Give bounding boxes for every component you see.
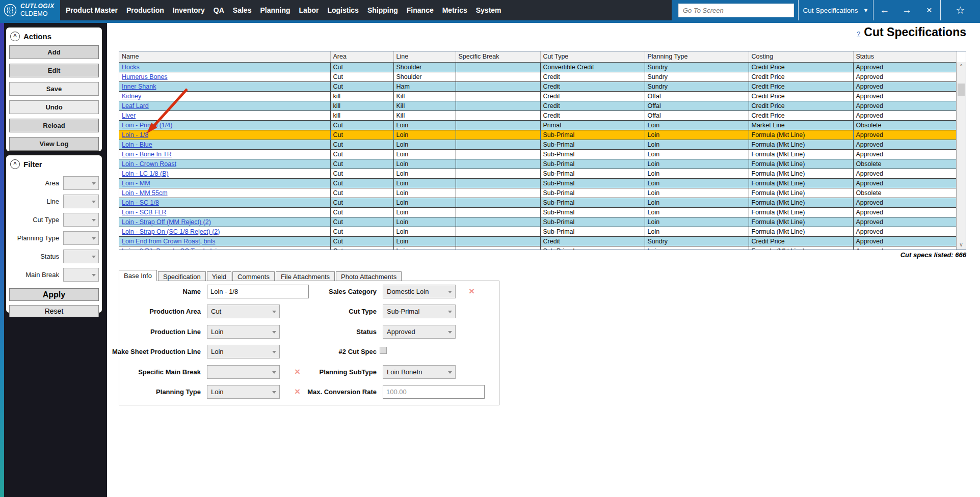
- collapse-filter-icon[interactable]: ^: [10, 159, 20, 169]
- screen-selector-dropdown[interactable]: Cut Specifications ▼: [798, 0, 873, 20]
- undo-button[interactable]: Undo: [9, 100, 99, 114]
- cut-spec-link[interactable]: Loin - Blue: [122, 141, 152, 148]
- filter-cut-type-select[interactable]: [63, 213, 99, 227]
- table-row[interactable]: Loin - SCB FLRCutLoinSub-PrimalLoinFormu…: [119, 207, 957, 217]
- menu-item-labor[interactable]: Labor: [299, 6, 319, 14]
- menu-item-finance[interactable]: Finance: [407, 6, 434, 14]
- table-row[interactable]: Loin - SC 1/8CutLoinSub-PrimalLoinFormul…: [119, 198, 957, 207]
- reset-button[interactable]: Reset: [9, 305, 99, 317]
- table-row[interactable]: Loin - Strap Off (MM Reject) (2)CutLoinS…: [119, 217, 957, 227]
- add-button[interactable]: Add: [9, 45, 99, 59]
- tab-file-attachments[interactable]: File Attachments: [276, 271, 335, 281]
- scrollbar-thumb[interactable]: [958, 84, 965, 96]
- table-row[interactable]: Loin - Bone In TRCutLoinSub-PrimalLoinFo…: [119, 149, 957, 159]
- close-screen-button[interactable]: ×: [918, 5, 940, 16]
- cut-spec-link[interactable]: Loin End from Crown Roast, bnls: [122, 238, 215, 245]
- cut-type-select[interactable]: Sub-Primal: [383, 305, 456, 318]
- cut-spec-link[interactable]: Loin - Primal (1/4): [122, 122, 172, 129]
- cut-spec-link[interactable]: Loin - Crown Roast: [122, 160, 176, 168]
- tab-base-info[interactable]: Base Info: [119, 270, 157, 281]
- column-header-costing[interactable]: Costing: [749, 51, 853, 62]
- planning-subtype-select[interactable]: Loin BoneIn: [383, 365, 456, 379]
- production-line-select[interactable]: Loin: [207, 325, 280, 339]
- column-header-cut-type[interactable]: Cut Type: [540, 51, 645, 62]
- cut-spec-link[interactable]: Loin - SCB FLR: [122, 209, 167, 216]
- cut-spec-link[interactable]: Loin - LC 1/8 (B): [122, 170, 169, 177]
- scroll-down-icon[interactable]: v: [957, 241, 966, 248]
- table-row[interactable]: Loin End from Crown Roast, bnlsCutLoinCr…: [119, 236, 957, 246]
- filter-status-select[interactable]: [63, 250, 99, 263]
- table-row[interactable]: Humerus BonesCutShoulderCreditSundryCred…: [119, 72, 957, 81]
- menu-item-qa[interactable]: QA: [214, 6, 224, 14]
- save-button[interactable]: Save: [9, 82, 99, 96]
- back-button[interactable]: ←: [873, 5, 896, 16]
- tab-specification[interactable]: Specification: [158, 271, 206, 281]
- table-row[interactable]: Loin - 1/8CutLoinSub-PrimalLoinFormula (…: [119, 130, 957, 140]
- menu-item-sales[interactable]: Sales: [233, 6, 252, 14]
- menu-item-logistics[interactable]: Logistics: [327, 6, 358, 14]
- apply-button[interactable]: Apply: [9, 288, 99, 301]
- column-header-name[interactable]: Name: [119, 51, 330, 62]
- table-vertical-scrollbar[interactable]: ^ v: [956, 62, 966, 250]
- menu-item-shipping[interactable]: Shipping: [367, 6, 398, 14]
- cut-spec-link[interactable]: Humerus Bones: [122, 73, 168, 80]
- filter-planning-type-select[interactable]: [63, 231, 99, 245]
- production-area-select[interactable]: Cut: [207, 305, 280, 318]
- menu-item-metrics[interactable]: Metrics: [442, 6, 467, 14]
- tab-comments[interactable]: Comments: [232, 271, 275, 281]
- table-row[interactable]: Loin - MMCutLoinSub-PrimalLoinFormula (M…: [119, 178, 957, 188]
- max-conversion-rate-input[interactable]: [383, 385, 485, 399]
- cut-spec-link[interactable]: Hocks: [122, 64, 140, 71]
- column-header-specific-break[interactable]: Specific Break: [456, 51, 540, 62]
- help-link[interactable]: ?: [857, 30, 860, 38]
- edit-button[interactable]: Edit: [9, 64, 99, 77]
- table-row[interactable]: Loin - Strap On (SC 1/8 Reject) (2)CutLo…: [119, 227, 957, 236]
- table-row[interactable]: LiverkillKillCreditOffalCredit PriceAppr…: [119, 111, 957, 120]
- cut-spec-link[interactable]: Loin - 8 Rib Bone In CC Tenderloin: [122, 247, 220, 251]
- cut-spec-link[interactable]: Inner Shank: [122, 83, 156, 90]
- table-row[interactable]: Loin - Primal (1/4)CutLoinPrimalLoinMark…: [119, 120, 957, 130]
- cut-spec-link[interactable]: Loin - SC 1/8: [122, 199, 159, 206]
- table-row[interactable]: Inner ShankCutHamCreditSundryCredit Pric…: [119, 81, 957, 91]
- menu-item-inventory[interactable]: Inventory: [173, 6, 205, 14]
- column-header-line[interactable]: Line: [393, 51, 456, 62]
- cut-spec-link[interactable]: Loin - MM 55cm: [122, 189, 168, 197]
- table-row[interactable]: Loin - Crown RoastCutLoinSub-PrimalLoinF…: [119, 159, 957, 169]
- planning-type-select[interactable]: Loin: [207, 385, 280, 399]
- specific-main-break-select[interactable]: [207, 365, 280, 379]
- table-row[interactable]: Loin - MM 55cmCutLoinSub-PrimalLoinFormu…: [119, 188, 957, 198]
- table-row[interactable]: Loin - BlueCutLoinSub-PrimalLoinFormula …: [119, 140, 957, 149]
- cut-spec-link[interactable]: Kidney: [122, 93, 141, 100]
- tab-photo-attachments[interactable]: Photo Attachments: [336, 271, 402, 281]
- forward-button[interactable]: →: [896, 5, 918, 16]
- sales-category-select[interactable]: Domestic Loin: [383, 285, 456, 298]
- cut-spec-link[interactable]: Loin - Bone In TR: [122, 151, 172, 158]
- scroll-up-icon[interactable]: ^: [957, 63, 966, 70]
- cut-spec-link[interactable]: Leaf Lard: [122, 102, 149, 109]
- menu-item-system[interactable]: System: [476, 6, 501, 14]
- cut-spec-link[interactable]: Loin - 1/8: [122, 131, 148, 139]
- menu-item-planning[interactable]: Planning: [260, 6, 290, 14]
- name-input[interactable]: [207, 285, 309, 298]
- clear-specific-main-break-icon[interactable]: ×: [295, 367, 300, 376]
- reload-button[interactable]: Reload: [9, 119, 99, 132]
- cut-spec-link[interactable]: Liver: [122, 112, 136, 119]
- column-header-area[interactable]: Area: [330, 51, 393, 62]
- menu-item-production[interactable]: Production: [126, 6, 164, 14]
- filter-area-select[interactable]: [63, 176, 99, 190]
- filter-line-select[interactable]: [63, 195, 99, 208]
- cut-spec-link[interactable]: Loin - MM: [122, 180, 150, 187]
- goto-screen-input[interactable]: [678, 4, 794, 17]
- column-header-planning-type[interactable]: Planning Type: [645, 51, 749, 62]
- table-row[interactable]: HocksCutShoulderConvertible CreditSundry…: [119, 62, 957, 72]
- cut-spec2-checkbox[interactable]: [380, 347, 387, 354]
- table-row[interactable]: Loin - LC 1/8 (B)CutLoinSub-PrimalLoinFo…: [119, 169, 957, 178]
- favorite-star-button[interactable]: ☆: [956, 4, 965, 16]
- status-select[interactable]: Approved: [383, 325, 456, 339]
- filter-main-break-select[interactable]: [63, 268, 99, 282]
- column-header-status[interactable]: Status: [853, 51, 957, 62]
- cut-spec-link[interactable]: Loin - Strap On (SC 1/8 Reject) (2): [122, 228, 220, 235]
- menu-item-product-master[interactable]: Product Master: [66, 6, 118, 14]
- table-row[interactable]: Leaf LardkillKillCreditOffalCredit Price…: [119, 101, 957, 111]
- clear-sales-category-icon[interactable]: ×: [469, 286, 474, 296]
